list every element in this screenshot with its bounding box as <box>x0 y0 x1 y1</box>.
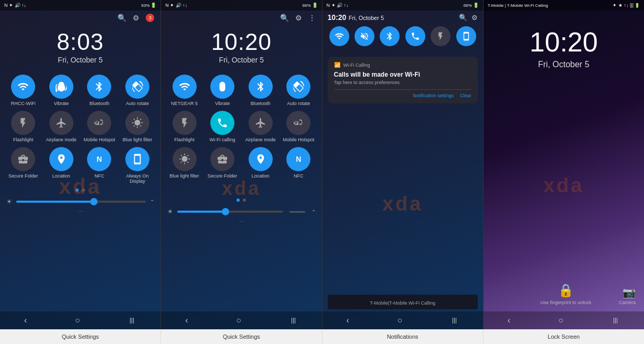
recent-btn-4[interactable]: ⫼ <box>611 316 620 325</box>
s3-bt-icon[interactable] <box>380 26 400 46</box>
s3-mute-icon[interactable] <box>355 26 374 46</box>
s3-wificall-icon[interactable] <box>405 26 425 46</box>
qs-row-3 <box>323 24 483 48</box>
search-icon-2[interactable]: 🔍 <box>280 14 289 22</box>
recent-btn-3[interactable]: ⫼ <box>450 316 459 325</box>
qs-item-bt-1[interactable]: Bluetooth <box>82 75 116 107</box>
qs-item-bluelight-1[interactable]: Blue light filter <box>121 111 155 143</box>
qs-label-bluelight-2: Blue light filter <box>169 173 199 179</box>
notif-app-icon: 📶 <box>334 62 340 68</box>
status-bar-4: T-Mobile | T-Mobile Wi-Fi Calling ✦ ★ ↑↓… <box>484 0 644 11</box>
airplane-icon-2 <box>249 111 273 135</box>
xda-watermark-3: xda <box>382 193 423 215</box>
qs-label-airplane-2: Airplane mode <box>245 137 276 143</box>
status-carrier-3: N ✦ 🔊 ↑↓ <box>327 3 349 8</box>
lock-clock: 10:20 Fri, October 5 <box>484 11 644 80</box>
home-btn-1[interactable]: ○ <box>75 316 80 325</box>
status-carrier-4: T-Mobile | T-Mobile Wi-Fi Calling <box>488 3 548 8</box>
back-btn-4[interactable]: ‹ <box>508 316 510 325</box>
brightness-low-icon-1: ☀ <box>6 198 12 205</box>
qs-label-secure-2: Secure Folder <box>208 173 238 179</box>
qs-label-secure-1: Secure Folder <box>8 173 38 179</box>
qs-item-rotate-2[interactable]: Auto rotate <box>282 75 316 107</box>
brightness-bar-2: ☀ ⌃ <box>161 206 321 217</box>
back-btn-2[interactable]: ‹ <box>185 316 188 325</box>
qs-item-hotspot-1[interactable]: Mobile Hotspot <box>82 111 116 143</box>
screens-container: N ✦ 🔊 ↑↓ 93% 🔋 🔍 ⚙ 3 8:03 Fri, October 5… <box>0 0 644 329</box>
nav-bar-1: ‹ ○ ⫼ <box>0 311 160 329</box>
recent-btn-1[interactable]: ⫼ <box>128 316 136 325</box>
qs-item-wificalling-2[interactable]: Wi-Fi calling <box>206 111 240 143</box>
home-btn-4[interactable]: ○ <box>559 316 564 325</box>
back-btn-1[interactable]: ‹ <box>24 316 27 325</box>
settings-icon-2[interactable]: ⚙ <box>295 14 302 22</box>
recent-btn-2[interactable]: ⫼ <box>289 316 298 325</box>
caption-bar: Quick Settings Quick Settings Notificati… <box>0 329 644 344</box>
carrier-notif-bar: T-Mobile|T-Mobile Wi-Fi Calling <box>328 295 478 309</box>
qs-label-flash-2: Flashlight <box>174 137 195 143</box>
hotspot-icon-1 <box>87 111 111 135</box>
notif-clear-btn[interactable]: Clear <box>460 93 471 98</box>
status-bar-2: N ✦ 🔊 ↑↓ 66% 🔋 <box>161 0 321 11</box>
home-btn-3[interactable]: ○ <box>397 316 402 325</box>
qs-item-bluelight-2[interactable]: Blue light filter <box>167 147 201 179</box>
search-icon-1[interactable]: 🔍 <box>117 14 126 22</box>
xda-watermark-4: xda <box>543 174 584 197</box>
qs-item-secure-1[interactable]: Secure Folder <box>6 147 40 185</box>
s3-search-icon[interactable]: 🔍 <box>459 14 467 22</box>
qs-item-wifi-1[interactable]: RHCC-WiFi <box>6 75 40 107</box>
nav-bar-3: ‹ ○ ⫼ <box>323 311 483 329</box>
brightness-track-1[interactable] <box>16 201 146 203</box>
qs-item-flash-2[interactable]: Flashlight <box>167 111 201 143</box>
more-icon-2[interactable]: ⋮ <box>308 14 316 22</box>
screen-2: N ✦ 🔊 ↑↓ 66% 🔋 🔍 ⚙ ⋮ 10:20 Fri, October … <box>161 0 322 329</box>
brightness-auto-1[interactable]: ⌃ <box>150 199 154 205</box>
s3-display-icon[interactable] <box>456 26 476 46</box>
qs-item-flash-1[interactable]: Flashlight <box>6 111 40 143</box>
lock-fingerprint[interactable]: 🔒 Use fingerprint to unlock <box>540 283 591 305</box>
qs-item-location-2[interactable]: Location <box>243 147 277 179</box>
notification-card[interactable]: 📶 Wi-Fi Calling Calls will be made over … <box>328 57 478 103</box>
qs-item-hotspot-2[interactable]: Mobile Hotspot <box>282 111 316 143</box>
settings-icon-1[interactable]: ⚙ <box>133 14 139 22</box>
brightness-auto-2[interactable]: ⌃ <box>312 209 316 215</box>
vibrate-icon-2 <box>210 75 234 99</box>
screen-4: T-Mobile | T-Mobile Wi-Fi Calling ✦ ★ ↑↓… <box>484 0 644 329</box>
s3-wifi-icon[interactable] <box>329 26 349 46</box>
aod-icon-1 <box>125 147 149 171</box>
qs-item-rotate-1[interactable]: Auto rotate <box>121 75 155 107</box>
battery-3: 66% <box>464 3 472 8</box>
notification-badge-1[interactable]: 3 <box>146 14 154 22</box>
s3-action-icons: 🔍 ⚙ <box>459 14 478 22</box>
s3-flash-icon[interactable] <box>431 26 450 46</box>
s3-topbar: 10:20 Fri, October 5 🔍 ⚙ <box>323 11 483 24</box>
flashlight-icon-1 <box>11 111 35 135</box>
airplane-icon-1 <box>49 111 73 135</box>
wifi-icon-1 <box>11 75 35 99</box>
brightness-track-2[interactable] <box>177 211 283 213</box>
qs-item-airplane-2[interactable]: Airplane mode <box>243 111 277 143</box>
qs-item-vibrate-1[interactable]: Vibrate <box>45 75 79 107</box>
qs-item-nfc-1[interactable]: N NFC <box>82 147 116 185</box>
status-right-1: 93% 🔋 <box>141 3 156 8</box>
lock-camera[interactable]: 📷 Camera <box>619 286 636 305</box>
notif-actions: Notification settings Clear <box>334 89 471 98</box>
qs-label-bt-2: Bluetooth <box>251 101 271 107</box>
notif-header: 📶 Wi-Fi Calling <box>334 62 471 68</box>
xda-area-3: xda <box>323 108 483 293</box>
brightness-thumb-1 <box>90 198 98 205</box>
qs-label-hotspot-1: Mobile Hotspot <box>83 137 115 143</box>
back-btn-3[interactable]: ‹ <box>346 316 349 325</box>
qs-item-nfc-2[interactable]: N NFC <box>282 147 316 179</box>
qs-item-airplane-1[interactable]: Airplane mode <box>45 111 79 143</box>
qs-item-location-1[interactable]: Location <box>45 147 79 185</box>
qs-item-wifi-2[interactable]: NETGEAR 5 <box>167 75 201 107</box>
notif-settings-btn[interactable]: Notification settings <box>413 93 454 98</box>
qs-item-vibrate-2[interactable]: Vibrate <box>206 75 240 107</box>
qs-item-bt-2[interactable]: Bluetooth <box>243 75 277 107</box>
camera-label: Camera <box>619 300 636 305</box>
qs-item-secure-2[interactable]: Secure Folder <box>206 147 240 179</box>
s3-settings-icon[interactable]: ⚙ <box>471 14 478 22</box>
qs-item-aod-1[interactable]: Always On Display <box>121 147 155 185</box>
home-btn-2[interactable]: ○ <box>236 316 241 325</box>
